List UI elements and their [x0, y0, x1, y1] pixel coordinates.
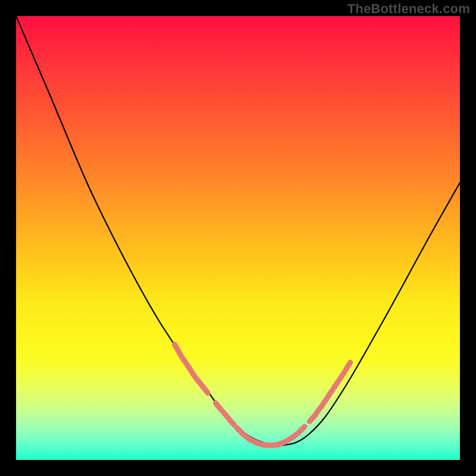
chart-frame: TheBottleneck.com — [0, 0, 476, 476]
highlight-dot — [316, 407, 321, 414]
bottleneck-curve — [16, 16, 460, 445]
highlight-dot — [216, 403, 221, 410]
highlight-dot — [309, 415, 315, 422]
chart-svg — [16, 16, 460, 460]
highlight-dot — [334, 381, 339, 388]
highlight-dot — [328, 390, 333, 397]
highlight-dot — [203, 387, 208, 393]
watermark-text: TheBottleneck.com — [347, 1, 470, 17]
highlight-dot — [346, 362, 350, 369]
highlight-dots — [175, 345, 350, 446]
highlight-dot — [322, 399, 327, 406]
highlight-dot — [340, 372, 345, 379]
highlight-dot — [299, 427, 305, 433]
highlight-dot — [228, 419, 234, 425]
